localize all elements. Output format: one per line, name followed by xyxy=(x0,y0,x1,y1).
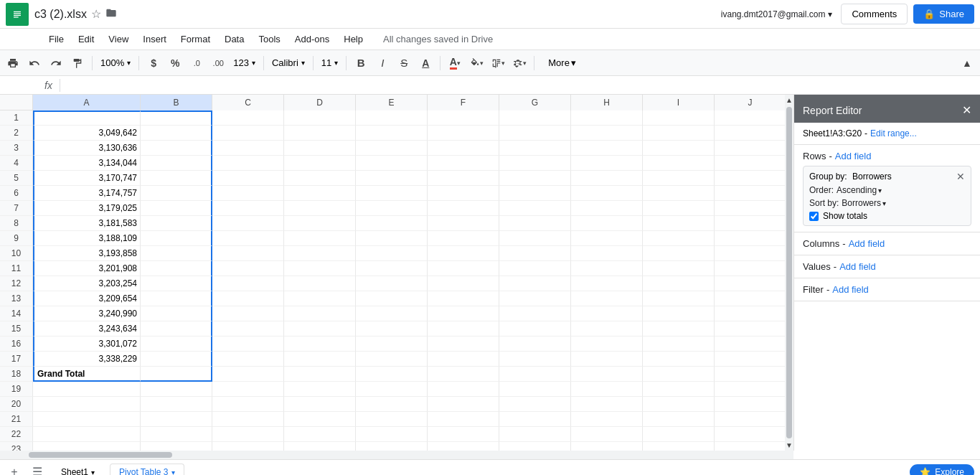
cell-J-7[interactable] xyxy=(715,201,786,216)
table-row[interactable]: 1 xyxy=(0,110,793,126)
format-dropdown[interactable]: 123 ▾ xyxy=(230,55,259,70)
table-row[interactable]: 113,201,908 xyxy=(0,261,793,276)
comments-button[interactable]: Comments xyxy=(841,4,908,24)
print-button[interactable] xyxy=(3,53,23,73)
cell-E-8[interactable] xyxy=(356,216,428,231)
cell-H-13[interactable] xyxy=(571,291,643,306)
table-row[interactable]: 22 xyxy=(0,427,793,442)
col-header-g[interactable]: G xyxy=(499,95,571,110)
table-row[interactable]: 163,301,072 xyxy=(0,337,793,352)
show-totals-label[interactable]: Show totals xyxy=(823,211,867,221)
cell-H-12[interactable] xyxy=(571,276,643,291)
cell-H-3[interactable] xyxy=(571,141,643,156)
cell-b-4[interactable] xyxy=(141,156,212,171)
table-row[interactable]: 93,188,109 xyxy=(0,231,793,246)
fontsize-dropdown[interactable]: 11 ▾ xyxy=(318,55,341,70)
cell-D-12[interactable] xyxy=(284,276,356,291)
cell-J-13[interactable] xyxy=(715,291,786,306)
table-row[interactable]: 133,209,654 xyxy=(0,291,793,306)
col-header-h[interactable]: H xyxy=(571,95,643,110)
star-icon[interactable]: ☆ xyxy=(91,7,101,21)
cell-J-12[interactable] xyxy=(715,276,786,291)
cell-I-12[interactable] xyxy=(643,276,715,291)
cell-a-10[interactable]: 3,193,858 xyxy=(33,246,141,261)
explore-button[interactable]: ⭐ Explore xyxy=(910,464,974,476)
table-row[interactable]: 173,338,229 xyxy=(0,352,793,367)
cell-F-19[interactable] xyxy=(428,382,499,397)
cell-G-19[interactable] xyxy=(499,382,571,397)
cell-I-6[interactable] xyxy=(643,186,715,201)
table-row[interactable]: 143,240,990 xyxy=(0,306,793,321)
cell-H-1[interactable] xyxy=(571,110,643,126)
cell-G-20[interactable] xyxy=(499,397,571,412)
cell-G-16[interactable] xyxy=(499,337,571,352)
add-field-filter-link[interactable]: Add field xyxy=(832,284,869,295)
cell-G-23[interactable] xyxy=(499,442,571,451)
vertical-scrollbar[interactable]: ▲ ▼ xyxy=(785,95,793,451)
cell-E-11[interactable] xyxy=(356,261,428,276)
cell-a-15[interactable]: 3,243,634 xyxy=(33,321,141,337)
user-account[interactable]: ivang.dmt2017@gmail.com ▾ xyxy=(721,9,833,19)
cell-G-14[interactable] xyxy=(499,306,571,321)
cell-F-21[interactable] xyxy=(428,412,499,427)
cell-a-20[interactable] xyxy=(33,397,141,412)
cell-F-16[interactable] xyxy=(428,337,499,352)
table-row[interactable]: 103,193,858 xyxy=(0,246,793,261)
zoom-dropdown[interactable]: 100% ▾ xyxy=(97,55,134,70)
cell-E-14[interactable] xyxy=(356,306,428,321)
cell-J-23[interactable] xyxy=(715,442,786,451)
cell-C-10[interactable] xyxy=(212,246,284,261)
cell-F-22[interactable] xyxy=(428,427,499,442)
cell-C-15[interactable] xyxy=(212,321,284,337)
cell-C-8[interactable] xyxy=(212,216,284,231)
cell-I-5[interactable] xyxy=(643,171,715,186)
col-header-a[interactable]: A xyxy=(33,95,141,110)
table-row[interactable]: 21 xyxy=(0,412,793,427)
menu-edit[interactable]: Edit xyxy=(72,31,100,47)
cell-F-18[interactable] xyxy=(428,367,499,382)
cell-F-2[interactable] xyxy=(428,126,499,141)
col-header-f[interactable]: F xyxy=(428,95,499,110)
cell-a-23[interactable] xyxy=(33,442,141,451)
cell-D-4[interactable] xyxy=(284,156,356,171)
cell-I-7[interactable] xyxy=(643,201,715,216)
cell-D-7[interactable] xyxy=(284,201,356,216)
cell-D-19[interactable] xyxy=(284,382,356,397)
cell-H-23[interactable] xyxy=(571,442,643,451)
cell-C-19[interactable] xyxy=(212,382,284,397)
cell-C-9[interactable] xyxy=(212,231,284,246)
cell-G-5[interactable] xyxy=(499,171,571,186)
cell-I-16[interactable] xyxy=(643,337,715,352)
cell-J-9[interactable] xyxy=(715,231,786,246)
cell-H-5[interactable] xyxy=(571,171,643,186)
add-field-rows-link[interactable]: Add field xyxy=(835,151,872,161)
hscroll-thumb[interactable] xyxy=(29,452,172,458)
formula-input[interactable] xyxy=(65,80,977,90)
pivot-table-3-tab[interactable]: Pivot Table 3 ▾ xyxy=(110,464,184,475)
cell-D-21[interactable] xyxy=(284,412,356,427)
fill-color-button[interactable]: ▾ xyxy=(466,53,486,73)
cell-J-19[interactable] xyxy=(715,382,786,397)
sort-by-dropdown[interactable]: Borrowers ▾ xyxy=(842,198,886,208)
font-dropdown[interactable]: Calibri ▾ xyxy=(268,55,308,70)
cell-I-22[interactable] xyxy=(643,427,715,442)
cell-E-1[interactable] xyxy=(356,110,428,126)
collapse-toolbar-button[interactable]: ▲ xyxy=(957,53,977,73)
cell-I-15[interactable] xyxy=(643,321,715,337)
redo-button[interactable] xyxy=(46,53,66,73)
cell-a-14[interactable]: 3,240,990 xyxy=(33,306,141,321)
cell-G-17[interactable] xyxy=(499,352,571,367)
cell-b-12[interactable] xyxy=(141,276,212,291)
cell-a-7[interactable]: 3,179,025 xyxy=(33,201,141,216)
cell-J-2[interactable] xyxy=(715,126,786,141)
cell-D-22[interactable] xyxy=(284,427,356,442)
table-row[interactable]: 153,243,634 xyxy=(0,321,793,337)
cell-G-9[interactable] xyxy=(499,231,571,246)
cell-a-2[interactable]: 3,049,642 xyxy=(33,126,141,141)
menu-insert[interactable]: Insert xyxy=(137,31,172,47)
cell-D-17[interactable] xyxy=(284,352,356,367)
cell-C-6[interactable] xyxy=(212,186,284,201)
cell-E-9[interactable] xyxy=(356,231,428,246)
file-name[interactable]: c3 (2).xlsx xyxy=(34,8,87,21)
cell-a-11[interactable]: 3,201,908 xyxy=(33,261,141,276)
